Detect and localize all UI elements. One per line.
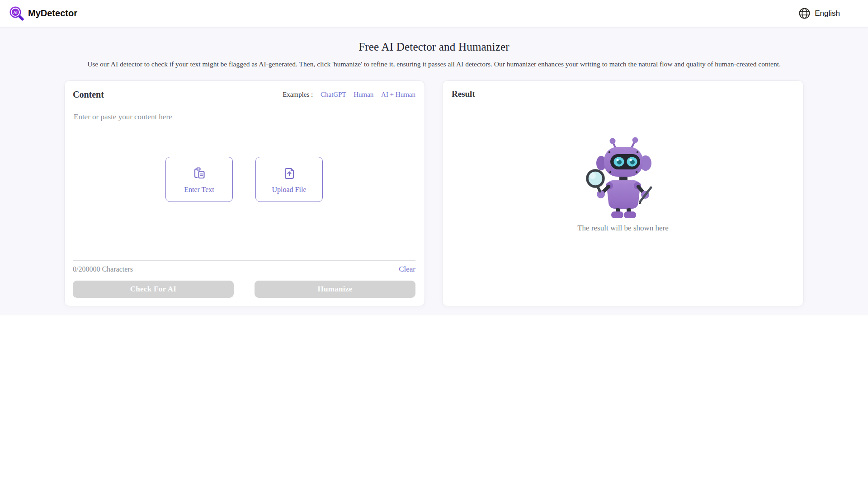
examples-label: Examples : (283, 91, 313, 98)
ai-magnifier-logo-icon: AI (8, 5, 25, 22)
example-link-human[interactable]: Human (354, 91, 373, 98)
character-count: 0/200000 Characters (73, 265, 133, 273)
robot-mascot-image (586, 135, 660, 222)
brand-name: MyDetector (28, 8, 77, 19)
page-title: Free AI Detector and Humanizer (0, 27, 868, 53)
enter-text-label: Enter Text (184, 186, 214, 194)
result-empty-state: The result will be shown here (452, 135, 794, 233)
main-section: Free AI Detector and Humanizer Use our A… (0, 27, 868, 315)
page-subtitle: Use our AI detector to check if your tex… (0, 60, 868, 68)
top-header: AI MyDetector English (0, 0, 868, 27)
result-card-header: Result (452, 89, 794, 99)
svg-text:AI: AI (13, 10, 18, 15)
enter-text-button[interactable]: Enter Text (165, 157, 233, 202)
result-card-title: Result (452, 89, 475, 99)
meta-row: 0/200000 Characters Clear (73, 265, 415, 274)
brand-logo[interactable]: AI MyDetector (8, 5, 77, 22)
result-header-divider (452, 105, 794, 105)
result-placeholder-text: The result will be shown here (577, 224, 669, 233)
result-card: Result (442, 80, 804, 306)
examples-group: Examples : ChatGPT Human AI + Human (283, 91, 415, 99)
language-selector[interactable]: English (798, 7, 840, 19)
upload-file-label: Upload File (272, 186, 307, 194)
content-footer-divider (73, 260, 415, 261)
content-card: Content Examples : ChatGPT Human AI + Hu… (64, 80, 425, 306)
content-card-header: Content Examples : ChatGPT Human AI + Hu… (73, 89, 415, 100)
example-link-ai-human[interactable]: AI + Human (381, 91, 415, 98)
humanize-button[interactable]: Humanize (255, 281, 415, 298)
editor-zone: Enter Text Upload File (73, 106, 415, 254)
cards-row: Content Examples : ChatGPT Human AI + Hu… (0, 80, 868, 306)
clipboard-paste-icon (191, 165, 208, 182)
check-for-ai-button[interactable]: Check For AI (73, 281, 234, 298)
content-card-title: Content (73, 89, 104, 100)
upload-file-button[interactable]: Upload File (255, 157, 323, 202)
file-upload-icon (281, 165, 297, 182)
clear-button[interactable]: Clear (399, 265, 415, 274)
content-input[interactable] (73, 106, 415, 254)
action-buttons-row: Check For AI Humanize (73, 281, 415, 298)
language-label: English (815, 9, 840, 18)
globe-icon (798, 7, 811, 19)
example-link-chatgpt[interactable]: ChatGPT (321, 91, 346, 98)
